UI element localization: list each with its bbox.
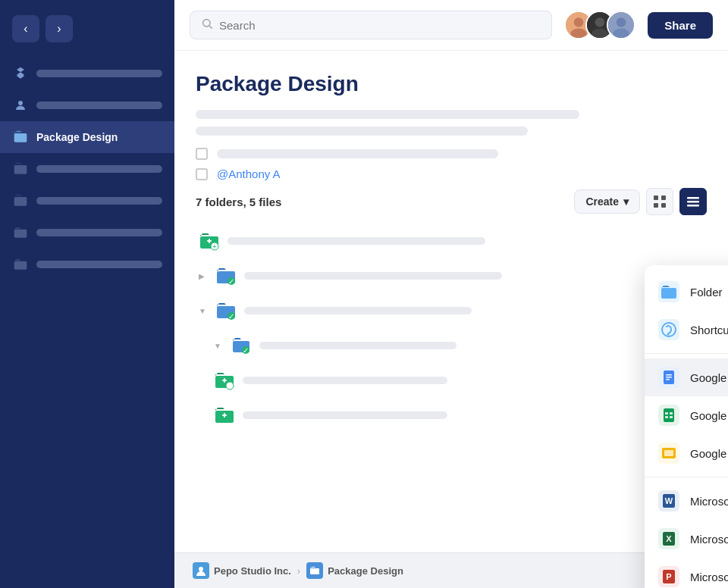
create-button[interactable]: Create ▾: [574, 189, 640, 214]
folder-count: 7 folders, 5 files: [196, 195, 281, 208]
sidebar-item-active-label: Package Design: [36, 131, 118, 143]
dropdown-divider-1: [645, 353, 728, 354]
svg-rect-57: [665, 416, 668, 418]
dropdown-item-ms-excel[interactable]: X Microsoft Excel: [645, 520, 728, 558]
sidebar-item-2[interactable]: [0, 153, 174, 185]
grid-view-button[interactable]: [646, 188, 673, 215]
dropdown-item-google-docs[interactable]: Google Docs: [645, 358, 728, 396]
folder-label: Package Design: [328, 565, 403, 577]
new-folder-icon-5: [214, 370, 235, 391]
checkbox-2[interactable]: [196, 168, 208, 180]
svg-rect-53: [666, 379, 670, 380]
mention-text: @Anthony A: [217, 167, 281, 180]
check-row-1: [196, 148, 707, 160]
svg-rect-3: [14, 197, 27, 206]
file-row-2[interactable]: ▶ ✓: [196, 261, 707, 291]
sidebar-item-label: [36, 70, 162, 77]
folder-icon-r4: ✓: [231, 335, 252, 356]
share-button[interactable]: Share: [648, 12, 713, 39]
description-bar-2: [196, 127, 528, 136]
svg-rect-46: [310, 568, 319, 574]
checkbox-1[interactable]: [196, 148, 208, 160]
svg-point-16: [613, 28, 629, 39]
company-label: Pepo Studio Inc.: [214, 565, 291, 577]
forward-button[interactable]: ›: [46, 15, 73, 42]
avatars-group: [564, 11, 635, 39]
dropdown-item-shortcut[interactable]: Shortcut: [645, 311, 728, 349]
file-row-4[interactable]: ▼ ✓: [211, 330, 707, 361]
dropdown-folder-label: Folder: [690, 286, 723, 299]
svg-point-41: [226, 382, 234, 389]
svg-line-7: [209, 26, 212, 29]
file-row-3[interactable]: ▼ ✓: [196, 296, 707, 326]
dropdown-divider-2: [645, 477, 728, 477]
svg-rect-5: [14, 261, 27, 270]
expand-arrow-3[interactable]: ▼: [199, 307, 208, 315]
create-dropdown: Folder Shortcut: [645, 265, 728, 588]
main-content: Share Package Design @Anthony A 7 folder…: [174, 0, 728, 588]
search-box[interactable]: [190, 11, 552, 39]
sidebar-item-3[interactable]: [0, 185, 174, 217]
breadcrumb-company[interactable]: Pepo Studio Inc.: [193, 562, 291, 579]
svg-rect-60: [664, 450, 673, 456]
svg-rect-22: [687, 201, 699, 203]
file-label-1: [228, 237, 485, 245]
svg-rect-54: [664, 408, 674, 422]
sidebar-item-5[interactable]: [0, 249, 174, 280]
svg-rect-17: [654, 195, 658, 200]
dropdown-item-folder[interactable]: Folder: [645, 273, 728, 311]
svg-rect-55: [665, 412, 668, 414]
expand-arrow-2[interactable]: ▶: [199, 272, 208, 280]
folder-icon-2: [12, 161, 29, 177]
svg-rect-4: [14, 230, 27, 238]
description-bar-1: [196, 110, 579, 119]
svg-text:W: W: [665, 496, 673, 505]
svg-point-15: [617, 17, 626, 27]
dropdown-ms-excel-label: Microsoft Excel: [690, 533, 728, 546]
svg-point-49: [667, 333, 670, 336]
sidebar-item-account[interactable]: [0, 89, 174, 121]
svg-text:X: X: [666, 534, 672, 543]
svg-text:✓: ✓: [243, 346, 249, 355]
breadcrumb-folder[interactable]: Package Design: [306, 562, 403, 579]
svg-rect-44: [224, 413, 225, 418]
sidebar-nav: ‹ ›: [0, 15, 174, 58]
svg-point-45: [199, 567, 203, 571]
dropdown-item-ms-word[interactable]: W Microsoft Word: [645, 482, 728, 520]
folder-icon: [12, 129, 29, 145]
folder-menu-icon: [658, 281, 679, 302]
file-row-6[interactable]: [211, 400, 707, 430]
search-input[interactable]: [219, 19, 541, 32]
plain-folder-icon-2: [12, 256, 29, 273]
company-icon: [193, 562, 209, 579]
ms-excel-icon: X: [658, 528, 679, 549]
check-label-1: [217, 149, 498, 158]
svg-text:✓: ✓: [228, 277, 234, 286]
svg-point-6: [203, 20, 210, 27]
svg-point-12: [595, 17, 605, 27]
svg-rect-47: [661, 288, 676, 299]
dropdown-google-docs-label: Google Docs: [690, 371, 728, 384]
expand-arrow-4[interactable]: ▼: [214, 342, 223, 350]
header: Share: [174, 0, 728, 51]
ms-ppt-icon: P: [658, 566, 679, 587]
dropdown-item-ms-ppt[interactable]: P Microsoft PowerPoint: [645, 558, 728, 588]
file-label-2: [244, 272, 502, 280]
svg-text:+: +: [212, 242, 217, 251]
dropdown-item-google-sheets[interactable]: Google Sheets: [645, 396, 728, 434]
sidebar-item-label: [36, 229, 162, 236]
sidebar-item-package-design[interactable]: Package Design: [0, 121, 174, 153]
dropbox-icon: [12, 65, 29, 82]
folder-icon-3: [12, 192, 29, 209]
dropdown-item-google-slides[interactable]: Google Slides: [645, 434, 728, 472]
file-row-5[interactable]: [211, 365, 707, 396]
file-label-4: [259, 342, 457, 349]
svg-point-0: [18, 101, 23, 105]
back-button[interactable]: ‹: [12, 15, 39, 42]
sidebar-item-4[interactable]: [0, 217, 174, 249]
sidebar-item-label: [36, 197, 162, 205]
sidebar-item-dropbox[interactable]: [0, 58, 174, 89]
list-view-button[interactable]: [679, 188, 707, 215]
breadcrumb-folder-icon: [306, 562, 323, 579]
file-row-1[interactable]: +: [196, 226, 707, 256]
